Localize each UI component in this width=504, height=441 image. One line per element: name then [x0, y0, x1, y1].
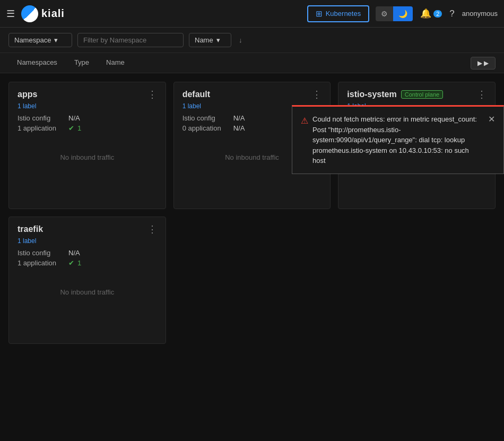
notifications-button[interactable]: 🔔 2: [420, 8, 442, 19]
application-key-traefik: 1 application: [18, 259, 65, 267]
card-header-apps: apps ⋮: [18, 90, 157, 99]
application-val-traefik: 1: [77, 259, 81, 267]
bell-icon: 🔔: [420, 8, 431, 19]
tab-namespaces[interactable]: Namespaces: [8, 54, 66, 72]
main-content: ⚠ Could not fetch metrics: error in metr…: [0, 73, 504, 352]
namespace-filter-input[interactable]: [77, 33, 184, 47]
check-icon-apps: ✔: [68, 124, 74, 132]
dark-theme-button[interactable]: 🌙: [393, 6, 413, 21]
logo-icon: [21, 5, 38, 22]
istio-config-val-default: N/A: [233, 114, 245, 122]
kubernetes-label: Kubernetes: [326, 10, 361, 18]
istio-config-key-apps: Istio config: [18, 114, 65, 122]
light-theme-button[interactable]: ⚙: [376, 6, 393, 21]
application-val-default: N/A: [233, 124, 245, 132]
card-header-default: default ⋮: [183, 90, 322, 99]
error-close-button[interactable]: ✕: [488, 114, 495, 124]
card-title-apps: apps: [18, 90, 37, 99]
error-message: Could not fetch metrics: error in metric…: [312, 114, 484, 166]
user-label: anonymous: [462, 10, 498, 18]
sort-label: Name: [195, 36, 213, 44]
kubernetes-button[interactable]: ⊞ Kubernetes: [307, 5, 370, 22]
card-menu-istio-system[interactable]: ⋮: [477, 90, 486, 99]
istio-config-key-default: Istio config: [183, 114, 230, 122]
no-traffic-traefik: No inbound traffic: [18, 288, 157, 296]
namespace-grid-row2: traefik ⋮ 1 label Istio config N/A 1 app…: [8, 217, 496, 344]
tab-name[interactable]: Name: [98, 54, 133, 72]
namespace-card-apps: apps ⋮ 1 label Istio config N/A 1 applic…: [8, 82, 166, 209]
no-traffic-apps: No inbound traffic: [18, 153, 157, 161]
namespace-card-traefik: traefik ⋮ 1 label Istio config N/A 1 app…: [8, 217, 166, 344]
topnav: ☰ kiali ⊞ Kubernetes ⚙ 🌙 🔔 2 ? anonymous: [0, 0, 504, 28]
notification-badge: 2: [433, 10, 442, 18]
filter-bar: Namespace ▾ Name ▾ ↓: [0, 28, 504, 53]
istio-config-row-traefik: Istio config N/A: [18, 249, 157, 257]
error-icon: ⚠: [301, 115, 308, 127]
chevron-down-icon: ▾: [216, 36, 220, 44]
card-menu-default[interactable]: ⋮: [312, 90, 321, 99]
logo: kiali: [21, 5, 65, 22]
namespace-select[interactable]: Namespace ▾: [8, 33, 72, 47]
control-plane-badge: Control plane: [401, 90, 443, 99]
chevron-down-icon: ▾: [54, 36, 58, 44]
error-toast: ⚠ Could not fetch metrics: error in metr…: [292, 105, 504, 174]
theme-toggle-group: ⚙ 🌙: [376, 6, 413, 21]
card-menu-traefik[interactable]: ⋮: [147, 224, 157, 234]
application-row-apps: 1 application ✔ 1: [18, 124, 157, 132]
istio-config-row-apps: Istio config N/A: [18, 114, 157, 122]
istio-config-val-apps: N/A: [68, 114, 80, 122]
sort-select[interactable]: Name ▾: [189, 33, 231, 47]
tabs-row: Namespaces Type Name ▶ ▶: [0, 53, 504, 73]
card-menu-apps[interactable]: ⋮: [147, 90, 157, 99]
card-title-traefik: traefik: [18, 224, 43, 234]
application-row-traefik: 1 application ✔ 1: [18, 259, 157, 267]
logo-text: kiali: [41, 7, 65, 20]
tab-type[interactable]: Type: [66, 54, 98, 72]
card-header-traefik: traefik ⋮: [18, 224, 157, 234]
application-val-apps: 1: [77, 124, 81, 132]
label-link-apps[interactable]: 1 label: [18, 102, 157, 110]
application-key-default: 0 application: [183, 124, 230, 132]
kubernetes-icon: ⊞: [316, 9, 323, 19]
istio-config-val-traefik: N/A: [68, 249, 80, 257]
istio-config-key-traefik: Istio config: [18, 249, 65, 257]
tab-action-btn[interactable]: ▶ ▶: [471, 57, 496, 70]
card-title-default: default: [183, 90, 210, 99]
hamburger-icon[interactable]: ☰: [6, 8, 15, 20]
namespace-label: Namespace: [14, 36, 51, 44]
card-title-istio-system: istio-system: [347, 90, 396, 99]
sort-direction-icon[interactable]: ↓: [239, 36, 242, 44]
check-icon-traefik: ✔: [68, 259, 74, 267]
help-icon[interactable]: ?: [449, 8, 454, 19]
application-key-apps: 1 application: [18, 124, 65, 132]
card-header-istio-system: istio-system Control plane ⋮: [347, 90, 486, 99]
label-link-traefik[interactable]: 1 label: [18, 237, 157, 245]
tab-actions: ▶ ▶: [471, 57, 496, 70]
